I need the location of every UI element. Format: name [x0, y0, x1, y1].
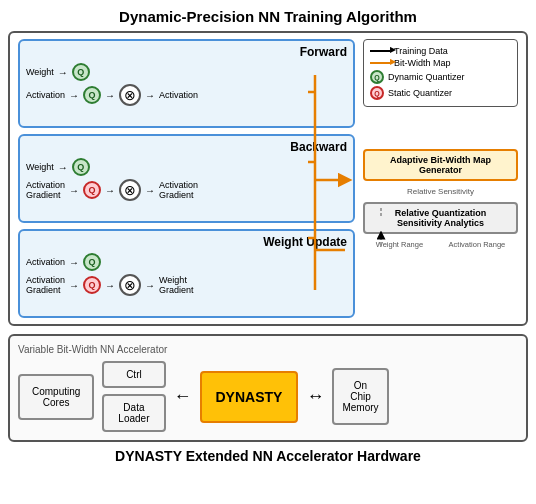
- data-loader-label: DataLoader: [118, 402, 149, 424]
- hardware-outer-box: Variable Bit-Width NN Accelerator Comput…: [8, 334, 528, 442]
- weight-update-q2: Q: [83, 276, 101, 294]
- static-q-icon: Q: [370, 86, 384, 100]
- weight-update-mult: ⊗: [119, 274, 141, 296]
- arrow-icon-5: →: [58, 162, 68, 173]
- arrow-icon-7: →: [105, 185, 115, 196]
- forward-title: Forward: [26, 45, 347, 59]
- left-arrow-icon: ←: [174, 386, 192, 407]
- data-loader-box: DataLoader: [102, 394, 165, 432]
- legend-dynamic-quantizer: Q Dynamic Quantizer: [370, 70, 511, 84]
- legend-bit-width-map: Bit-Width Map: [370, 58, 511, 68]
- ctrl-label: Ctrl: [126, 369, 142, 380]
- arrow-icon-1: →: [58, 67, 68, 78]
- forward-output-label: Activation: [159, 90, 198, 100]
- activation-range-label: Activation Range: [449, 240, 506, 249]
- computing-cores-label: ComputingCores: [32, 386, 80, 408]
- left-column: Forward Weight → Q Activation → Q → ⊗ → …: [18, 39, 355, 318]
- forward-row2: Activation → Q → ⊗ → Activation: [26, 84, 347, 106]
- forward-row1: Weight → Q: [26, 63, 347, 81]
- dynasty-box: DYNASTY: [200, 371, 299, 423]
- hardware-inner: ComputingCores Ctrl DataLoader ← DYNASTY: [18, 361, 518, 432]
- arrow-icon-10: →: [69, 280, 79, 291]
- backward-output-label: ActivationGradient: [159, 180, 198, 200]
- backward-row2: ActivationGradient → Q → ⊗ → ActivationG…: [26, 179, 347, 201]
- adaptive-title: Adaptive Bit-Width MapGenerator: [390, 155, 491, 175]
- arrow-icon-4: →: [145, 90, 155, 101]
- backward-activation-grad-label: ActivationGradient: [26, 180, 65, 200]
- arrow-icon-12: →: [145, 280, 155, 291]
- legend-static-quantizer: Q Static Quantizer: [370, 86, 511, 100]
- bit-width-arrow-icon: [370, 62, 390, 64]
- sensitivity-title: Relative QuantizationSensitivity Analyti…: [395, 208, 487, 228]
- ctrl-col: Ctrl DataLoader: [102, 361, 165, 432]
- right-column: Training Data Bit-Width Map Q Dynamic Qu…: [363, 39, 518, 318]
- forward-q2: Q: [83, 86, 101, 104]
- forward-activation-label: Activation: [26, 90, 65, 100]
- weight-update-row1: Activation → Q: [26, 253, 347, 271]
- legend-training-data: Training Data: [370, 46, 511, 56]
- weight-update-title: Weight Update: [26, 235, 347, 249]
- weight-update-output-label: WeightGradient: [159, 275, 194, 295]
- training-data-label: Training Data: [394, 46, 448, 56]
- backward-title: Backward: [26, 140, 347, 154]
- ctrl-box: Ctrl: [102, 361, 165, 388]
- weight-update-row2: ActivationGradient → Q → ⊗ → WeightGradi…: [26, 274, 347, 296]
- arrow-icon-8: →: [145, 185, 155, 196]
- backward-block: Backward Weight → Q ActivationGradient →…: [18, 134, 355, 223]
- forward-q1: Q: [72, 63, 90, 81]
- on-chip-memory-label: OnChipMemory: [342, 380, 378, 413]
- on-chip-memory-box: OnChipMemory: [332, 368, 388, 425]
- forward-block: Forward Weight → Q Activation → Q → ⊗ → …: [18, 39, 355, 128]
- dynasty-label: DYNASTY: [216, 389, 283, 405]
- bit-width-label: Bit-Width Map: [394, 58, 451, 68]
- backward-mult: ⊗: [119, 179, 141, 201]
- static-q-label: Static Quantizer: [388, 88, 452, 98]
- range-labels: Weight Range Activation Range: [363, 240, 518, 249]
- computing-cores-box: ComputingCores: [18, 374, 94, 420]
- double-arrow-icon: ↔: [306, 386, 324, 407]
- backward-weight-label: Weight: [26, 162, 54, 172]
- algorithm-box: Forward Weight → Q Activation → Q → ⊗ → …: [8, 31, 528, 326]
- weight-update-q1: Q: [83, 253, 101, 271]
- sensitivity-box: Relative QuantizationSensitivity Analyti…: [363, 202, 518, 234]
- arrow-icon-2: →: [69, 90, 79, 101]
- backward-q2: Q: [83, 181, 101, 199]
- arrow-icon-9: →: [69, 257, 79, 268]
- weight-update-block: Weight Update Activation → Q ActivationG…: [18, 229, 355, 318]
- weight-update-activation-label: Activation: [26, 257, 65, 267]
- vbw-label: Variable Bit-Width NN Accelerator: [18, 344, 518, 355]
- arrow-icon-3: →: [105, 90, 115, 101]
- forward-mult: ⊗: [119, 84, 141, 106]
- backward-row1: Weight → Q: [26, 158, 347, 176]
- dynamic-q-icon: Q: [370, 70, 384, 84]
- weight-range-label: Weight Range: [376, 240, 423, 249]
- main-container: Dynamic-Precision NN Training Algorithm …: [0, 0, 536, 504]
- rel-sensitivity-label-top: Relative Sensitivity: [363, 187, 518, 196]
- training-data-arrow-icon: [370, 50, 390, 52]
- arrow-icon-11: →: [105, 280, 115, 291]
- arrow-icon-6: →: [69, 185, 79, 196]
- backward-q1: Q: [72, 158, 90, 176]
- hardware-section: Variable Bit-Width NN Accelerator Comput…: [8, 334, 528, 442]
- dynamic-q-label: Dynamic Quantizer: [388, 72, 465, 82]
- forward-weight-label: Weight: [26, 67, 54, 77]
- bottom-title: DYNASTY Extended NN Accelerator Hardware: [8, 448, 528, 464]
- legend-box: Training Data Bit-Width Map Q Dynamic Qu…: [363, 39, 518, 107]
- page-title: Dynamic-Precision NN Training Algorithm: [8, 8, 528, 25]
- adaptive-box: Adaptive Bit-Width MapGenerator: [363, 149, 518, 181]
- weight-update-act-grad-label: ActivationGradient: [26, 275, 65, 295]
